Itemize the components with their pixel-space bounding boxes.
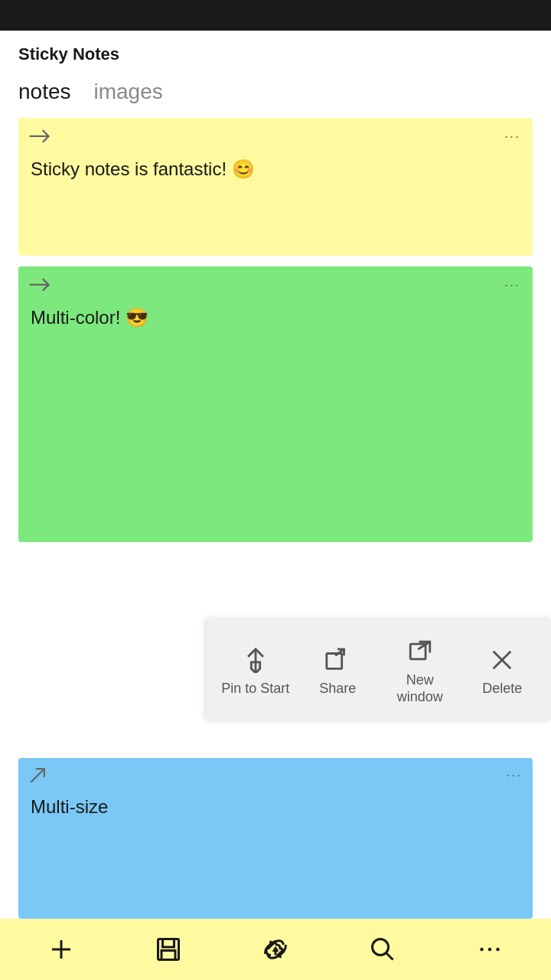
new-window-icon	[406, 637, 435, 666]
new-window-label: New window	[397, 672, 443, 705]
note-text-2: Multi-color! 😎	[31, 305, 520, 331]
svg-line-0	[30, 126, 49, 145]
context-menu-new-window[interactable]: New window	[386, 637, 455, 705]
expand-icon-3	[29, 767, 46, 787]
search-button[interactable]	[360, 926, 406, 972]
tab-images[interactable]: images	[94, 80, 163, 107]
context-menu-pin[interactable]: Pin to Start	[221, 645, 290, 697]
svg-line-10	[31, 769, 44, 782]
save-button[interactable]	[145, 926, 191, 972]
more-icon-1[interactable]: ···	[504, 129, 520, 145]
tab-notes[interactable]: notes	[18, 80, 71, 107]
app-header: Sticky Notes	[0, 31, 551, 72]
share-icon	[323, 645, 352, 675]
svg-point-19	[480, 948, 484, 952]
share-label: Share	[319, 681, 356, 697]
note-card-3[interactable]: ··· Multi-size	[18, 758, 533, 919]
context-menu-share[interactable]: Share	[303, 645, 372, 697]
svg-point-17	[373, 939, 389, 956]
svg-line-1	[30, 275, 49, 294]
sync-button[interactable]	[253, 926, 298, 972]
note-card-1[interactable]: ··· Sticky notes is fantastic! 😊	[18, 118, 533, 256]
pin-label: Pin to Start	[221, 681, 289, 697]
tabs: notes images	[0, 72, 551, 118]
delete-icon	[487, 645, 517, 675]
delete-label: Delete	[482, 681, 522, 697]
context-menu-delete[interactable]: Delete	[468, 645, 536, 697]
status-bar	[0, 0, 551, 31]
svg-point-21	[496, 948, 500, 952]
more-icon-3[interactable]: ···	[506, 767, 522, 783]
pin-icon	[241, 645, 270, 675]
bottom-toolbar	[0, 919, 551, 980]
context-menu: Pin to Start Share New window	[207, 619, 551, 720]
svg-rect-4	[327, 653, 342, 668]
app-title: Sticky Notes	[18, 44, 119, 64]
svg-point-20	[488, 948, 492, 952]
note-text-3: Multi-size	[31, 796, 520, 818]
note-text-1: Sticky notes is fantastic! 😊	[31, 156, 520, 182]
more-options-button[interactable]	[467, 926, 513, 972]
svg-rect-15	[161, 951, 175, 960]
more-icon-2[interactable]: ···	[504, 277, 520, 293]
svg-rect-14	[163, 939, 174, 948]
add-note-button[interactable]	[38, 926, 84, 972]
note-card-2[interactable]: ··· Multi-color! 😎	[18, 266, 533, 542]
expand-icon-1	[24, 124, 51, 151]
expand-icon-2	[24, 273, 51, 299]
notes-list: ··· Sticky notes is fantastic! 😊 ··· Mul…	[0, 118, 551, 542]
svg-line-18	[386, 953, 393, 960]
